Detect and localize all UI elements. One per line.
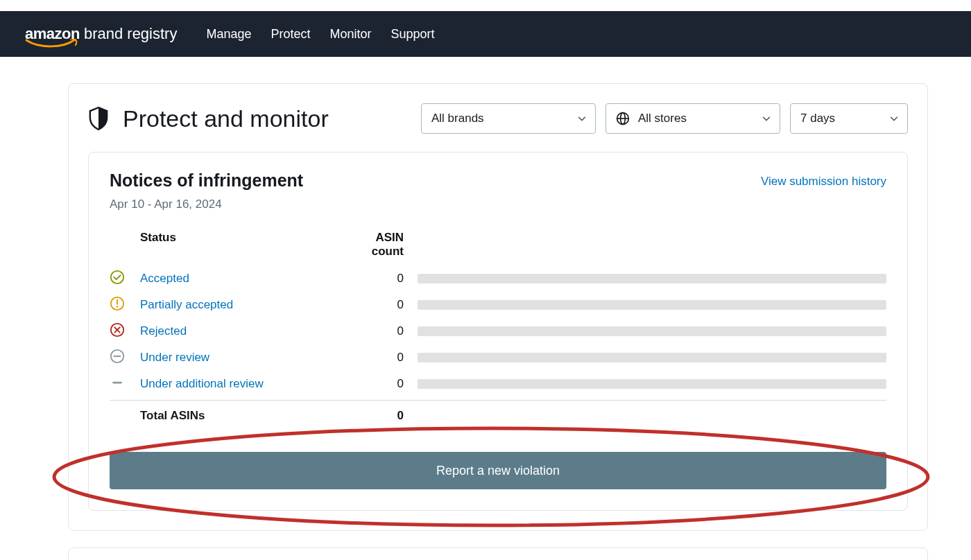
view-submission-history-link[interactable]: View submission history <box>761 175 886 189</box>
status-bar <box>418 326 886 336</box>
status-count-accepted: 0 <box>348 272 418 286</box>
protect-monitor-card: Protect and monitor All brands All store… <box>68 83 928 531</box>
page-content: Protect and monitor All brands All store… <box>0 57 971 560</box>
status-row-rejected: Rejected 0 <box>110 318 886 344</box>
shield-icon <box>88 107 109 130</box>
svg-point-6 <box>117 306 119 308</box>
next-card-peek <box>68 548 928 560</box>
stores-select[interactable]: All stores <box>605 103 780 134</box>
status-link-additional-review[interactable]: Under additional review <box>140 377 348 391</box>
minus-circle-icon <box>110 349 125 364</box>
svg-point-3 <box>111 270 123 283</box>
brands-select-value: All brands <box>431 112 484 125</box>
report-new-violation-button[interactable]: Report a new violation <box>110 452 886 489</box>
logo-brand-registry-text: brand registry <box>84 25 178 43</box>
page-title: Protect and monitor <box>123 105 329 132</box>
panel-title: Notices of infringement <box>110 170 303 191</box>
nav-support[interactable]: Support <box>391 27 435 42</box>
minus-icon <box>110 375 125 390</box>
col-header-count: ASIN count <box>348 231 418 259</box>
status-table: Status ASIN count Accepted 0 <box>110 231 886 423</box>
total-count: 0 <box>348 409 418 423</box>
status-count-additional-review: 0 <box>348 377 418 391</box>
filter-bar: All brands All stores <box>421 103 908 134</box>
status-count-partial: 0 <box>348 298 418 312</box>
status-table-head: Status ASIN count <box>110 231 886 265</box>
chevron-down-icon <box>889 114 899 123</box>
daterange-select[interactable]: 7 days <box>790 103 908 134</box>
status-row-additional-review: Under additional review 0 <box>110 371 886 397</box>
total-label: Total ASINs <box>140 409 348 423</box>
daterange-select-value: 7 days <box>800 112 835 125</box>
alert-circle-icon <box>110 296 125 311</box>
brands-select[interactable]: All brands <box>421 103 596 134</box>
globe-icon <box>616 112 630 125</box>
title-group: Protect and monitor <box>88 105 329 132</box>
nav-monitor[interactable]: Monitor <box>330 27 372 42</box>
panel-header: Notices of infringement Apr 10 - Apr 16,… <box>110 170 886 211</box>
brand-registry-logo[interactable]: amazon brand registry <box>25 25 177 43</box>
infringement-panel: Notices of infringement Apr 10 - Apr 16,… <box>88 152 908 511</box>
browser-chrome-strip <box>0 0 971 11</box>
status-link-under-review[interactable]: Under review <box>140 351 348 365</box>
panel-date-range: Apr 10 - Apr 16, 2024 <box>110 198 303 211</box>
status-link-partial[interactable]: Partially accepted <box>140 298 348 312</box>
status-bar <box>418 353 886 362</box>
nav-manage[interactable]: Manage <box>206 27 251 42</box>
nav-items: Manage Protect Monitor Support <box>206 27 434 42</box>
status-bar <box>418 274 886 283</box>
x-circle-icon <box>110 322 125 338</box>
status-link-rejected[interactable]: Rejected <box>140 324 348 338</box>
status-link-accepted[interactable]: Accepted <box>140 272 348 286</box>
card-header: Protect and monitor All brands All store… <box>88 103 908 134</box>
top-nav: amazon brand registry Manage Protect Mon… <box>0 11 971 57</box>
nav-protect[interactable]: Protect <box>271 27 311 42</box>
chevron-down-icon <box>762 114 771 123</box>
col-header-status: Status <box>140 231 348 259</box>
status-row-partial: Partially accepted 0 <box>110 292 886 318</box>
amazon-smile-icon <box>25 39 79 49</box>
stores-select-value: All stores <box>638 112 687 125</box>
status-row-total: Total ASINs 0 <box>110 400 886 423</box>
check-circle-icon <box>110 270 125 285</box>
report-button-label: Report a new violation <box>436 464 560 478</box>
chevron-down-icon <box>577 114 587 123</box>
status-count-under-review: 0 <box>348 351 418 365</box>
status-row-under-review: Under review 0 <box>110 344 886 371</box>
status-bar <box>418 300 886 310</box>
status-bar <box>418 379 886 389</box>
status-count-rejected: 0 <box>348 324 418 338</box>
logo-amazon-word: amazon <box>25 25 80 43</box>
status-row-accepted: Accepted 0 <box>110 265 886 292</box>
